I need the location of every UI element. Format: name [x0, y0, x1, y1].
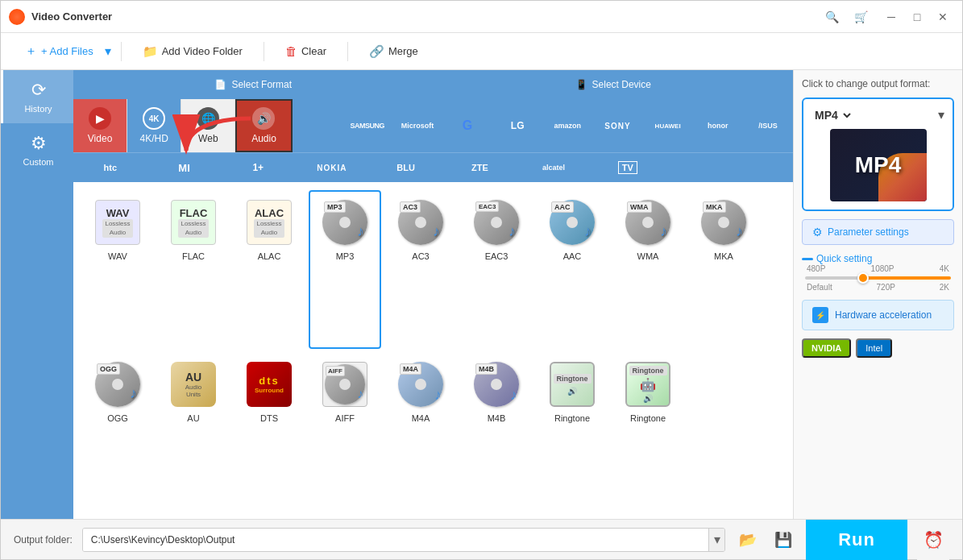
format-item-ac3[interactable]: ♪ AC3 AC3: [384, 190, 457, 349]
save-button[interactable]: 💾: [770, 527, 796, 553]
audio-format-grid: WAV LosslessAudio WAV FLAC LosslessAudio: [73, 182, 793, 519]
brand-sony[interactable]: SONY: [592, 99, 642, 152]
brand-amazon[interactable]: amazon: [542, 99, 592, 152]
run-button[interactable]: Run: [806, 520, 907, 560]
brand-blu[interactable]: BLU: [369, 155, 443, 180]
clear-button[interactable]: 🗑 Clear: [274, 39, 338, 63]
quality-slider-thumb[interactable]: [857, 272, 869, 284]
run-label: Run: [838, 529, 875, 550]
category-video-button[interactable]: ▶ Video: [73, 99, 127, 152]
eac3-format-icon: ♪ EAC3: [471, 197, 522, 248]
open-folder-button[interactable]: 📂: [735, 527, 761, 553]
samsung-logo: SAMSUNG: [351, 122, 385, 130]
brand-tv[interactable]: TV: [591, 153, 665, 182]
flac-type-label: FLAC: [180, 207, 208, 219]
minimize-button[interactable]: ─: [880, 7, 903, 27]
dropdown-arrow[interactable]: ▾: [105, 44, 111, 59]
format-item-mp3[interactable]: ♪ MP3 MP3: [309, 190, 381, 349]
format-select-dropdown[interactable]: MP4 MKV AVI MOV: [811, 108, 853, 122]
add-files-button[interactable]: ＋ + Add Files: [14, 39, 105, 64]
format-item-aiff[interactable]: ♪ AIFF AIFF: [309, 352, 381, 511]
hardware-acceleration-button[interactable]: ⚡ Hardware acceleration: [802, 300, 954, 330]
tab-select-device[interactable]: 📱 Select Device: [434, 70, 794, 99]
main-content: ⟳ History ⚙ Custom: [1, 70, 962, 519]
format-item-eac3[interactable]: ♪ EAC3 EAC3: [460, 190, 533, 349]
sidebar-item-history[interactable]: ⟳ History: [1, 70, 73, 123]
google-logo: G: [463, 118, 472, 133]
aiff-label: AIFF: [335, 413, 355, 423]
audio-label: Audio: [251, 133, 276, 144]
format-item-mka[interactable]: ♪ MKA MKA: [687, 190, 760, 349]
mka-format-icon: ♪ MKA: [698, 197, 749, 248]
m4a-badge: M4A: [400, 363, 421, 375]
intel-badge-button[interactable]: Intel: [856, 338, 892, 358]
category-4k-button[interactable]: 4K 4K/HD: [127, 99, 181, 152]
brand-samsung[interactable]: SAMSUNG: [342, 99, 392, 152]
format-dropdown-arrow[interactable]: ▾: [938, 107, 944, 122]
category-web-button[interactable]: 🌐 Web: [181, 99, 235, 152]
format-item-ringtone-android[interactable]: Ringtone 🤖 🔊 Ringtone: [612, 352, 684, 511]
brand-apple[interactable]: [293, 99, 342, 152]
search-button[interactable]: 🔍: [820, 6, 843, 28]
eac3-badge: EAC3: [475, 201, 499, 212]
format-item-wma[interactable]: ♪ WMA WMA: [612, 190, 684, 349]
format-item-ringtone-apple[interactable]: Ringtone 🔊 Ringtone: [536, 352, 608, 511]
category-row: ▶ Video 4K 4K/HD 🌐 Web 🔊 Audio: [73, 99, 793, 152]
sidebar-custom-label: Custom: [23, 157, 54, 167]
nvidia-badge-button[interactable]: NVIDIA: [802, 338, 851, 358]
tab-select-format[interactable]: 📄 Select Format: [73, 70, 434, 99]
add-folder-button[interactable]: 📁 Add Video Folder: [131, 39, 254, 64]
path-dropdown-button[interactable]: ▾: [708, 528, 724, 552]
format-tab-icon: 📄: [214, 79, 226, 90]
alarm-button[interactable]: ⏰: [917, 520, 949, 560]
brand-asus[interactable]: /ISUS: [743, 99, 793, 152]
sidebar-item-custom[interactable]: ⚙ Custom: [1, 123, 73, 176]
video-play-icon: ▶: [89, 107, 111, 130]
format-item-ogg[interactable]: ♪ OGG OGG: [81, 352, 154, 511]
device-tab-label: Select Device: [592, 79, 651, 90]
format-item-au[interactable]: AU AudioUnits AU: [157, 352, 230, 511]
brand-nokia[interactable]: NOKIA: [295, 156, 369, 180]
brand-xiaomi[interactable]: MI: [147, 154, 222, 182]
brand-alcatel[interactable]: alcatel: [517, 156, 591, 180]
brand-oneplus[interactable]: 1+: [221, 154, 295, 181]
title-bar: Video Converter 🔍 🛒 ─ □ ✕: [1, 1, 962, 33]
quality-slider-track[interactable]: [805, 276, 951, 280]
merge-button[interactable]: 🔗 Merge: [358, 39, 430, 64]
add-icon: ＋: [25, 44, 37, 59]
mka-badge: MKA: [703, 201, 726, 213]
web-label: Web: [198, 133, 218, 144]
brand-huawei[interactable]: HUAWEI: [643, 99, 693, 152]
format-item-m4a[interactable]: ♪ M4A M4A: [384, 352, 457, 511]
ringtone-apple-format-icon: Ringtone 🔊: [546, 359, 598, 410]
cart-button[interactable]: 🛒: [849, 6, 872, 28]
quick-setting-label: Quick setting: [802, 253, 954, 264]
web-icon: 🌐: [197, 107, 219, 130]
brand-lg[interactable]: LG: [492, 99, 542, 152]
aac-label: AAC: [563, 251, 582, 261]
close-button[interactable]: ✕: [932, 7, 954, 27]
honor-logo: honor: [708, 122, 728, 130]
nvidia-label: NVIDIA: [811, 343, 841, 353]
brand-microsoft[interactable]: Microsoft: [392, 99, 442, 152]
ogg-format-icon: ♪ OGG: [92, 359, 143, 410]
brand-htc[interactable]: htc: [73, 155, 147, 180]
format-item-wav[interactable]: WAV LosslessAudio WAV: [81, 190, 154, 349]
mp3-label: MP3: [336, 251, 355, 261]
brand-zte[interactable]: ZTE: [443, 155, 517, 180]
brand-honor[interactable]: honor: [693, 99, 743, 152]
title-bar-actions: 🔍 🛒: [820, 6, 872, 28]
format-item-flac[interactable]: FLAC LosslessAudio FLAC: [157, 190, 230, 349]
format-select-row: MP4 MKV AVI MOV ▾: [811, 107, 944, 122]
format-item-alac[interactable]: ALAC LosslessAudio ALAC: [233, 190, 305, 349]
format-item-dts[interactable]: dts Surround DTS: [233, 352, 305, 511]
brand-google[interactable]: G: [442, 99, 492, 152]
format-item-m4b[interactable]: ♪ M4B M4B: [460, 352, 533, 511]
output-folder-label: Output folder:: [14, 534, 73, 545]
tv-logo: TV: [618, 161, 637, 174]
maximize-button[interactable]: □: [906, 7, 928, 27]
category-audio-button[interactable]: 🔊 Audio: [235, 99, 292, 152]
parameter-settings-button[interactable]: ⚙ Parameter settings: [802, 219, 954, 245]
4k-icon: 4K: [143, 107, 165, 130]
format-item-aac[interactable]: ♪ AAC AAC: [536, 190, 608, 349]
